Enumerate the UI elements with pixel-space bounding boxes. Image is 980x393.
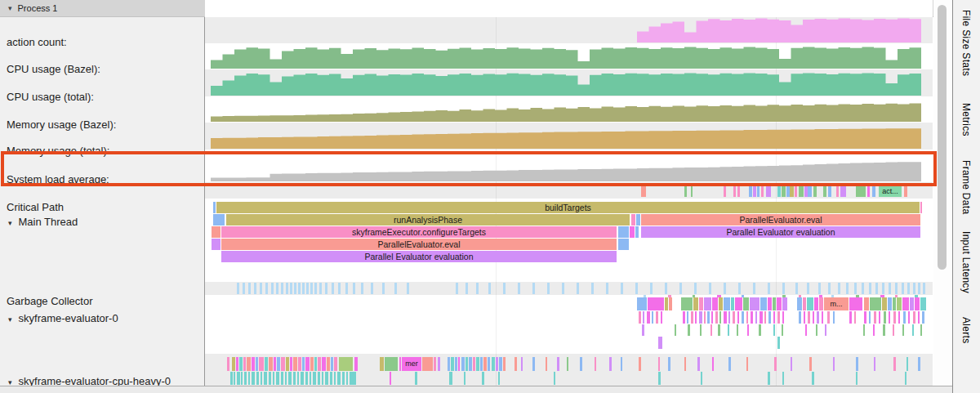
trace-event[interactable] — [668, 357, 670, 371]
trace-event[interactable] — [503, 283, 506, 294]
trace-event[interactable] — [518, 283, 520, 294]
trace-event[interactable] — [661, 311, 662, 324]
trace-event[interactable] — [346, 372, 348, 385]
trace-event[interactable] — [897, 297, 902, 310]
trace-event[interactable] — [339, 357, 353, 371]
trace-event[interactable] — [643, 311, 644, 324]
trace-event[interactable] — [314, 283, 317, 294]
trace-event[interactable] — [882, 297, 887, 310]
trace-event[interactable] — [903, 311, 906, 324]
trace-event[interactable] — [288, 372, 292, 385]
trace-event[interactable] — [882, 283, 884, 294]
trace-event[interactable] — [923, 283, 925, 294]
trace-event[interactable] — [737, 185, 740, 197]
trace-event[interactable] — [354, 357, 358, 371]
trace-event[interactable] — [922, 311, 924, 324]
trace-event[interactable] — [902, 297, 909, 310]
trace-event[interactable] — [707, 311, 710, 324]
collapse-arrow-icon[interactable]: ▾ — [8, 4, 12, 12]
trace-event[interactable] — [306, 283, 309, 294]
load-average-chart[interactable] — [211, 154, 921, 181]
trace-event[interactable] — [893, 324, 894, 336]
trace-event[interactable] — [305, 372, 308, 385]
trace-event[interactable] — [642, 324, 644, 336]
trace-event[interactable] — [310, 357, 314, 371]
trace-event[interactable] — [334, 372, 336, 385]
trace-event[interactable] — [902, 324, 904, 336]
trace-event[interactable] — [232, 357, 235, 371]
trace-event[interactable] — [813, 185, 817, 197]
trace-event[interactable] — [874, 357, 875, 371]
trace-event[interactable] — [318, 372, 320, 385]
trace-event[interactable] — [918, 357, 920, 371]
trace-event[interactable] — [265, 357, 268, 371]
main-thread-flame-row[interactable]: buildTargets — [211, 202, 921, 213]
trace-event[interactable] — [503, 357, 506, 371]
trace-event[interactable] — [827, 311, 830, 324]
trace-event[interactable] — [733, 185, 736, 197]
trace-event[interactable] — [274, 357, 276, 371]
trace-event[interactable] — [438, 357, 440, 371]
trace-event[interactable] — [237, 372, 240, 385]
trace-event[interactable] — [870, 297, 881, 310]
tab-alerts[interactable]: Alerts — [960, 317, 972, 343]
trace-event[interactable] — [327, 357, 330, 371]
trace-event[interactable] — [241, 372, 243, 385]
action-count-chart[interactable] — [211, 18, 921, 42]
trace-event[interactable] — [281, 283, 283, 294]
trace-event[interactable] — [345, 283, 348, 294]
trace-event[interactable] — [637, 297, 647, 310]
trace-event[interactable] — [293, 357, 297, 371]
cpu-heavy-row[interactable] — [211, 372, 921, 385]
trace-event[interactable] — [276, 283, 278, 294]
trace-event[interactable] — [473, 357, 475, 371]
trace-event[interactable] — [699, 311, 702, 324]
trace-event[interactable] — [777, 337, 780, 349]
trace-event[interactable] — [869, 311, 871, 324]
trace-event[interactable] — [448, 357, 450, 371]
trace-event[interactable] — [271, 283, 274, 294]
trace-event-labeled[interactable]: skyframeExecutor.configureTargets — [221, 226, 617, 238]
trace-event-labeled[interactable]: ParallelEvaluator.eval — [221, 239, 617, 250]
trace-event[interactable] — [546, 357, 547, 371]
trace-event[interactable] — [606, 283, 608, 294]
trace-event[interactable] — [302, 357, 305, 371]
trace-event[interactable] — [259, 357, 264, 371]
trace-event[interactable] — [679, 283, 682, 294]
trace-event[interactable] — [701, 372, 702, 385]
trace-event[interactable] — [658, 357, 660, 371]
trace-event[interactable] — [738, 283, 741, 294]
trace-event[interactable] — [281, 372, 283, 385]
trace-event[interactable] — [808, 311, 810, 324]
trace-event[interactable] — [807, 283, 809, 294]
trace-event[interactable] — [476, 357, 479, 371]
trace-event[interactable] — [277, 357, 280, 371]
trace-event[interactable] — [913, 311, 915, 324]
trace-event[interactable] — [276, 372, 279, 385]
trace-event[interactable] — [768, 283, 770, 294]
trace-event[interactable] — [658, 372, 661, 385]
trace-event[interactable] — [889, 283, 891, 294]
trace-event[interactable] — [828, 185, 831, 197]
trace-event[interactable] — [244, 372, 247, 385]
tab-file-size-stats[interactable]: File Size Stats — [960, 10, 972, 76]
trace-event[interactable] — [912, 324, 914, 336]
trace-event[interactable] — [728, 357, 731, 371]
trace-event[interactable] — [330, 372, 332, 385]
trace-event[interactable] — [456, 283, 458, 294]
trace-event[interactable] — [455, 357, 457, 371]
trace-event[interactable] — [742, 311, 744, 324]
trace-event[interactable] — [823, 185, 826, 197]
trace-event[interactable] — [849, 297, 862, 310]
trace-event[interactable] — [750, 297, 760, 310]
trace-event[interactable] — [691, 185, 693, 197]
trace-event[interactable] — [656, 311, 658, 324]
trace-event[interactable] — [458, 357, 460, 371]
trace-event[interactable] — [621, 357, 622, 371]
trace-event[interactable] — [795, 283, 798, 294]
trace-event[interactable] — [675, 324, 676, 336]
trace-event[interactable] — [808, 185, 812, 197]
trace-event[interactable] — [331, 357, 333, 371]
trace-event[interactable] — [836, 185, 839, 197]
trace-event[interactable] — [731, 297, 734, 310]
